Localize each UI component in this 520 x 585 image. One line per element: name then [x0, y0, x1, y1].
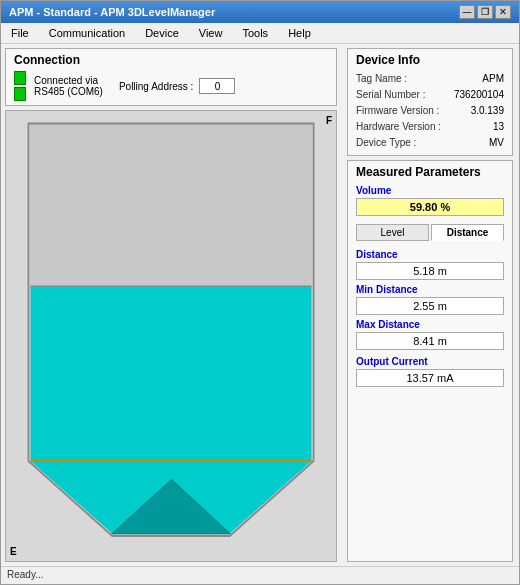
polling-section: Polling Address : [119, 78, 236, 94]
tank-label-empty: E [10, 546, 17, 557]
right-panel: Device Info Tag Name : APM Serial Number… [341, 44, 519, 566]
tab-level[interactable]: Level [356, 224, 429, 241]
minimize-button[interactable]: — [459, 5, 475, 19]
connection-indicator [14, 71, 26, 101]
volume-value: 59.80 % [356, 198, 504, 216]
left-panel: Connection Connected via RS485 (COM6) Po… [1, 44, 341, 566]
tag-name-value: APM [482, 71, 504, 87]
distance-value: 5.18 m [356, 262, 504, 280]
tank-svg [6, 111, 336, 561]
firmware-label: Firmware Version : [356, 103, 439, 119]
connected-label: Connected via [34, 75, 103, 86]
main-window: APM - Standard - APM 3DLevelManager — ❐ … [0, 0, 520, 585]
info-row-firmware: Firmware Version : 3.0.139 [356, 103, 504, 119]
tab-row: Level Distance [356, 224, 504, 241]
info-row-hardware: Hardware Version : 13 [356, 119, 504, 135]
tank-label-full: F [326, 115, 332, 126]
status-text: Ready... [7, 569, 44, 580]
min-distance-value: 2.55 m [356, 297, 504, 315]
main-content: Connection Connected via RS485 (COM6) Po… [1, 44, 519, 566]
close-button[interactable]: ✕ [495, 5, 511, 19]
menu-communication[interactable]: Communication [43, 25, 131, 41]
firmware-value: 3.0.139 [471, 103, 504, 119]
min-distance-label: Min Distance [356, 284, 504, 295]
window-title: APM - Standard - APM 3DLevelManager [9, 6, 215, 18]
hardware-label: Hardware Version : [356, 119, 441, 135]
menu-tools[interactable]: Tools [236, 25, 274, 41]
status-bar: Ready... [1, 566, 519, 584]
distance-label: Distance [356, 249, 504, 260]
output-section: Output Current 13.57 mA [356, 356, 504, 387]
indicator-bottom [14, 87, 26, 101]
info-row-device-type: Device Type : MV [356, 135, 504, 151]
menu-view[interactable]: View [193, 25, 229, 41]
connection-box: Connection Connected via RS485 (COM6) Po… [5, 48, 337, 106]
indicator-top [14, 71, 26, 85]
restore-button[interactable]: ❐ [477, 5, 493, 19]
menu-help[interactable]: Help [282, 25, 317, 41]
window-controls: — ❐ ✕ [459, 5, 511, 19]
menu-file[interactable]: File [5, 25, 35, 41]
connection-title: Connection [14, 53, 328, 67]
device-info-title: Device Info [356, 53, 504, 67]
max-distance-label: Max Distance [356, 319, 504, 330]
max-distance-value: 8.41 m [356, 332, 504, 350]
serial-value: 736200104 [454, 87, 504, 103]
volume-label: Volume [356, 185, 504, 196]
output-current-value: 13.57 mA [356, 369, 504, 387]
connection-text: Connected via RS485 (COM6) [34, 75, 103, 97]
output-current-label: Output Current [356, 356, 504, 367]
measured-title: Measured Parameters [356, 165, 504, 179]
tag-name-label: Tag Name : [356, 71, 407, 87]
connection-content: Connected via RS485 (COM6) Polling Addre… [14, 71, 328, 101]
tank-container: F E [5, 110, 337, 562]
serial-label: Serial Number : [356, 87, 425, 103]
tab-distance[interactable]: Distance [431, 224, 504, 241]
polling-input[interactable] [199, 78, 235, 94]
menu-bar: File Communication Device View Tools Hel… [1, 23, 519, 44]
device-type-value: MV [489, 135, 504, 151]
info-row-tag: Tag Name : APM [356, 71, 504, 87]
device-type-label: Device Type : [356, 135, 416, 151]
menu-device[interactable]: Device [139, 25, 185, 41]
device-info-box: Device Info Tag Name : APM Serial Number… [347, 48, 513, 156]
title-bar: APM - Standard - APM 3DLevelManager — ❐ … [1, 1, 519, 23]
port-label: RS485 (COM6) [34, 86, 103, 97]
info-row-serial: Serial Number : 736200104 [356, 87, 504, 103]
polling-label: Polling Address : [119, 81, 194, 92]
measured-box: Measured Parameters Volume 59.80 % Level… [347, 160, 513, 562]
hardware-value: 13 [493, 119, 504, 135]
